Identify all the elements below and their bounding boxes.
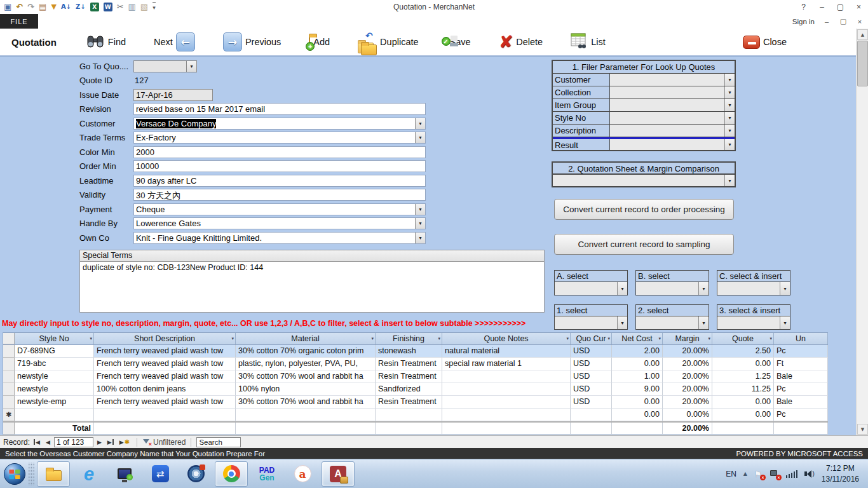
validity-input[interactable]: 30 方天之內 xyxy=(133,189,426,201)
table-cell[interactable] xyxy=(442,396,571,409)
new-row-selector-icon[interactable]: ✱ xyxy=(3,409,15,421)
column-header-style-no[interactable]: Style No▾ xyxy=(15,333,94,344)
close-form-button[interactable]: Close xyxy=(743,36,787,49)
table-cell[interactable]: 20.00% xyxy=(663,358,712,370)
table-cell[interactable]: natural material xyxy=(442,345,571,358)
table-cell[interactable]: USD xyxy=(571,345,612,358)
table-cell[interactable]: French terry weaved plaid wash tow xyxy=(94,358,236,370)
select-box-combo[interactable]: ▾ xyxy=(554,316,628,330)
device-error-icon[interactable]: × xyxy=(770,470,779,478)
table-cell[interactable]: 1.00 xyxy=(612,370,663,383)
scroll-down-icon[interactable]: ▼ xyxy=(857,424,868,435)
table-cell[interactable]: Resin Treatment xyxy=(376,358,442,370)
table-cell[interactable]: 20.00% xyxy=(663,370,712,383)
table-cell[interactable]: Pc xyxy=(774,409,828,421)
table-cell[interactable]: 20.00% xyxy=(663,396,712,409)
delete-button[interactable]: ✘ Delete xyxy=(499,34,543,50)
customer-combo[interactable]: Versace De Company▾ xyxy=(133,118,426,130)
table-cell[interactable]: 20.00% xyxy=(663,383,712,396)
column-header-un[interactable]: Un xyxy=(774,333,828,344)
column-header-quote-notes[interactable]: Quote Notes▾ xyxy=(442,333,571,344)
table-cell[interactable]: USD xyxy=(571,396,612,409)
redo-icon[interactable]: ↷ xyxy=(27,2,34,12)
table-cell[interactable]: Bale xyxy=(774,396,828,409)
filter-dropdown-icon[interactable]: ▾ xyxy=(607,336,610,341)
chevron-down-icon[interactable]: ▾ xyxy=(780,282,790,295)
row-selector[interactable] xyxy=(3,396,15,409)
chrome-button[interactable] xyxy=(215,461,248,487)
previous-button[interactable]: → Previous xyxy=(223,32,281,51)
table-cell[interactable] xyxy=(376,409,442,421)
table-cell[interactable]: 0.00 xyxy=(612,396,663,409)
record-position-box[interactable]: 1 of 123 xyxy=(54,437,93,447)
table-cell[interactable]: 0.00 xyxy=(612,409,663,421)
column-header-short-description[interactable]: Short Description▾ xyxy=(94,333,236,344)
table-cell[interactable]: French terry weaved plaid wash tow xyxy=(94,396,236,409)
filter-row-combo[interactable]: ▾ xyxy=(610,139,735,150)
access-button[interactable]: A xyxy=(322,461,355,487)
duplicate-button[interactable]: ↶ Duplicate xyxy=(358,33,418,51)
table-cell[interactable]: 30% cotton 70% wool and rabbit ha xyxy=(236,396,376,409)
special-terms-input[interactable]: duplicate of style no: CDB-123New Produc… xyxy=(79,262,545,313)
chevron-down-icon[interactable]: ▾ xyxy=(724,125,735,137)
filter-row-combo[interactable]: ▾ xyxy=(610,112,735,124)
export-excel-icon[interactable]: X xyxy=(90,3,99,11)
table-cell[interactable]: 30% cotton 70% wool and rabbit ha xyxy=(236,370,376,383)
table-cell[interactable]: Pc xyxy=(774,345,828,358)
toolbar-more-icon[interactable]: ▾ xyxy=(153,2,156,13)
row-selector[interactable] xyxy=(3,358,15,370)
tray-expand-icon[interactable]: ▲ xyxy=(743,471,747,477)
table-cell[interactable]: stonewash xyxy=(376,345,442,358)
issue-date-input[interactable]: 17-Apr-16 xyxy=(133,89,213,101)
chevron-down-icon[interactable]: ▾ xyxy=(415,132,425,143)
leadtime-input[interactable]: 90 days after LC xyxy=(133,175,426,187)
table-cell[interactable] xyxy=(442,409,571,421)
sort-asc-icon[interactable]: A↓ xyxy=(61,2,71,12)
close-icon[interactable]: × xyxy=(850,0,868,14)
own-co-combo[interactable]: Knit - Fine Guage Knitting Limited.▾ xyxy=(133,232,426,244)
select-box-combo[interactable]: ▾ xyxy=(717,316,790,330)
vertical-scrollbar[interactable]: ▲ ▼ xyxy=(856,29,868,435)
table-cell[interactable]: Pc xyxy=(774,383,828,396)
start-button[interactable] xyxy=(2,461,27,487)
restore-icon[interactable]: ▢ xyxy=(831,0,850,14)
taskbar-clock[interactable]: 7:12 PM 13/11/2016 xyxy=(822,463,862,485)
undo-icon[interactable]: ↶ xyxy=(16,2,23,12)
teamviewer-button[interactable]: ⇄ xyxy=(144,461,177,487)
list-button[interactable]: List xyxy=(571,33,606,51)
filter-dropdown-icon[interactable]: ▾ xyxy=(708,336,710,341)
chevron-down-icon[interactable]: ▾ xyxy=(617,316,627,329)
next-button[interactable]: Next ← xyxy=(154,32,195,51)
sign-in-link[interactable]: Sign in xyxy=(792,18,815,25)
trade-terms-combo[interactable]: Ex-Factory▾ xyxy=(133,132,426,144)
language-indicator[interactable]: EN xyxy=(726,470,736,478)
table-cell[interactable]: Resin Treatment xyxy=(376,396,442,409)
table-cell[interactable] xyxy=(236,409,376,421)
table-cell[interactable]: Resin Treatment xyxy=(376,370,442,383)
filter-dropdown-icon[interactable]: ▾ xyxy=(658,336,661,341)
column-header-margin[interactable]: Margin▾ xyxy=(663,333,712,344)
table-cell[interactable] xyxy=(442,383,571,396)
color-min-input[interactable]: 2000 xyxy=(133,146,426,158)
chevron-down-icon[interactable]: ▾ xyxy=(724,74,735,86)
table-cell[interactable]: 0.00 xyxy=(712,396,774,409)
internet-explorer-button[interactable]: e xyxy=(72,461,105,487)
table-cell[interactable]: USD xyxy=(571,370,612,383)
table-cell[interactable]: 30% cotton 70% organic coton prim xyxy=(236,345,376,358)
revision-input[interactable]: revised base on 15 Mar 2017 email xyxy=(133,103,426,115)
chevron-down-icon[interactable]: ▾ xyxy=(186,61,196,72)
export-word-icon[interactable]: W xyxy=(104,3,112,11)
column-header-finishing[interactable]: Finishing▾ xyxy=(376,333,442,344)
table-cell[interactable]: special raw material 1 xyxy=(442,358,571,370)
filter-dropdown-icon[interactable]: ▾ xyxy=(438,336,440,341)
convert-to-sampling-button[interactable]: Convert current record to sampling xyxy=(554,234,734,255)
chevron-down-icon[interactable]: ▾ xyxy=(698,282,709,295)
padgen-button[interactable]: PAD Gen xyxy=(250,461,283,487)
column-header-net-cost[interactable]: Net Cost▾ xyxy=(612,333,663,344)
comparison-combo[interactable]: ▾ xyxy=(552,175,736,187)
table-cell[interactable]: newstyle xyxy=(15,370,94,383)
select-box-combo[interactable]: ▾ xyxy=(635,282,709,295)
column-header-material[interactable]: Material▾ xyxy=(236,333,376,344)
row-selector[interactable] xyxy=(3,383,15,396)
chevron-down-icon[interactable]: ▾ xyxy=(698,316,709,329)
